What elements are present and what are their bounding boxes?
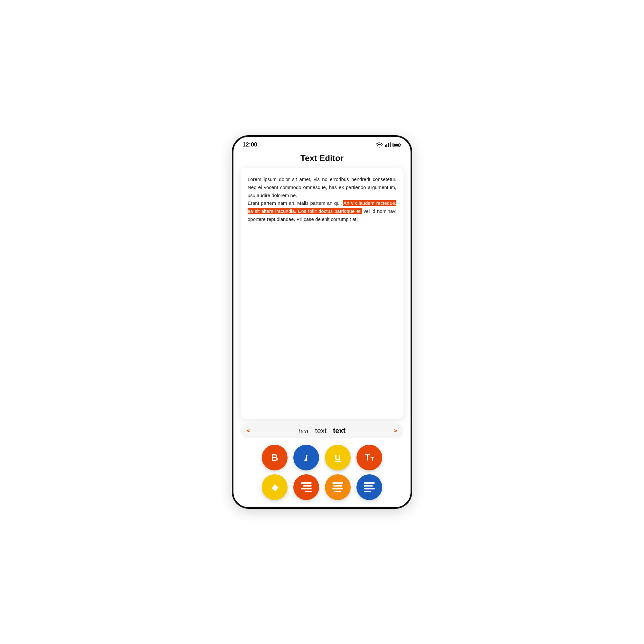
svg-rect-2 (400, 144, 401, 146)
italic-button[interactable]: I (293, 445, 319, 470)
fill-button[interactable]: ◆ (262, 474, 288, 500)
status-time: 12:00 (242, 141, 257, 148)
align-right-button[interactable] (293, 474, 319, 500)
paragraph-2-before: Erant partem nam an. Malis partem an qui… (248, 200, 342, 206)
font-option-italic[interactable]: text (298, 427, 309, 435)
font-option-bold[interactable]: text (333, 427, 346, 435)
status-icons (376, 142, 402, 147)
fill-icon: ◆ (270, 482, 279, 493)
page-title: Text Editor (233, 150, 411, 168)
font-options: text text text (298, 427, 346, 435)
editor-content[interactable]: Lorem ipsum dolor sit amet, vis no error… (248, 175, 396, 223)
wifi-icon (376, 142, 383, 147)
font-option-normal[interactable]: text (315, 427, 327, 435)
align-right-icon (301, 482, 312, 492)
align-center-icon (332, 482, 343, 492)
align-center-button[interactable] (325, 474, 351, 500)
formatting-row-1: B I U TT (233, 441, 411, 472)
font-prev-button[interactable]: < (246, 428, 252, 434)
paragraph-2: Erant partem nam an. Malis partem an qui… (248, 199, 396, 223)
underline-button[interactable]: U (325, 445, 351, 470)
align-left-icon (364, 482, 375, 492)
phone-frame: 12:00 Text Editor (232, 135, 412, 509)
align-left-button[interactable] (356, 474, 382, 500)
battery-icon (393, 142, 402, 147)
svg-rect-1 (393, 144, 399, 146)
underline-icon: U (335, 453, 341, 463)
bold-button[interactable]: B (262, 445, 288, 470)
editor-container[interactable]: Lorem ipsum dolor sit amet, vis no error… (241, 168, 403, 419)
font-selector[interactable]: < text text text > (241, 423, 403, 438)
formatting-row-2: ◆ (233, 472, 411, 507)
text-size-button[interactable]: TT (356, 445, 382, 470)
paragraph-1: Lorem ipsum dolor sit amet, vis no error… (248, 175, 396, 199)
italic-icon: I (304, 452, 308, 463)
text-size-icon: TT (365, 452, 374, 463)
bold-icon: B (271, 452, 278, 463)
status-bar: 12:00 (233, 137, 411, 150)
font-next-button[interactable]: > (392, 428, 398, 434)
signal-icon (385, 142, 391, 147)
text-cursor (357, 217, 357, 222)
